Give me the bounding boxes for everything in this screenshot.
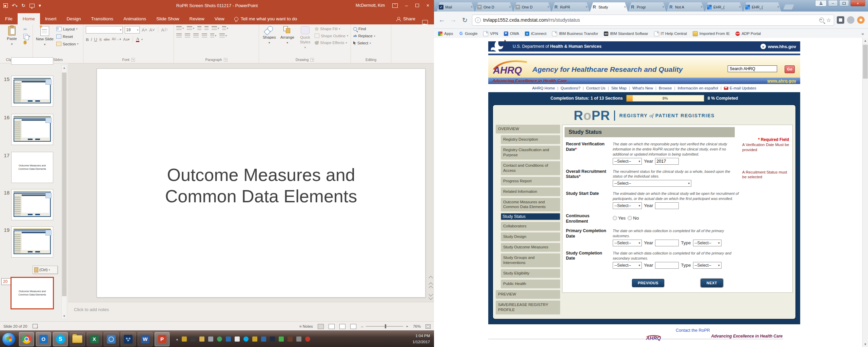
bookmark-apps[interactable]: Apps <box>438 32 453 36</box>
slide-thumbnail-20[interactable]: Outcome Measures andCommon Data Elements <box>11 277 54 309</box>
ahrq-gov-link[interactable]: www.ahrq.gov <box>767 79 796 83</box>
tab-home[interactable]: Home <box>18 13 40 24</box>
close-button[interactable]: × <box>427 3 429 8</box>
nav-site-map[interactable]: Site Map <box>611 86 627 90</box>
browser-tab-progress[interactable]: R Progr × <box>628 2 666 12</box>
sidebar-item-contact-conditions[interactable]: Contact and Conditions of Access <box>501 161 560 175</box>
taskbar-excel-icon[interactable]: X <box>87 332 102 346</box>
underline-button[interactable]: U <box>94 37 97 42</box>
bookmark-owa[interactable]: OWA <box>504 32 519 36</box>
taskbar-word-icon[interactable]: W <box>138 332 153 346</box>
tray-icon[interactable] <box>208 336 213 342</box>
type-select[interactable]: --Select--▾ <box>693 240 722 246</box>
browser-tab-onedrive-2[interactable]: One D × <box>513 2 551 12</box>
next-button[interactable]: NEXT <box>701 279 723 287</box>
taskbar-clock[interactable]: 1:04 PM 1/12/2017 <box>413 333 430 345</box>
text-shadow-button[interactable]: S <box>99 37 102 42</box>
align-center-button[interactable] <box>185 34 190 38</box>
taskbar-ibm-icon[interactable] <box>121 332 136 346</box>
scroll-down-icon[interactable]: ▼ <box>863 342 868 347</box>
font-color-button[interactable]: A <box>136 37 139 42</box>
profile-avatar-button[interactable] <box>815 0 827 6</box>
format-painter-button[interactable] <box>23 41 30 45</box>
browser-tab-ehr-2[interactable]: EHR_( × <box>743 2 781 12</box>
zoom-indicator-icon[interactable] <box>819 18 824 22</box>
zoom-slider[interactable]: – + <box>361 324 408 328</box>
bookmark-google[interactable]: GGoogle <box>459 32 477 36</box>
month-select[interactable]: --Select--▾ <box>613 158 642 165</box>
nav-questions[interactable]: Questions? <box>561 86 580 90</box>
shapes-button[interactable]: Shapes ▾ <box>261 26 277 45</box>
nav-contact-us[interactable]: Contact Us <box>586 86 606 90</box>
replace-button[interactable]: abReplace ▾ <box>353 34 375 38</box>
decrease-indent-button[interactable] <box>197 26 201 30</box>
reload-button[interactable]: ↻ <box>460 16 469 24</box>
url-text[interactable]: trvlapp1552.cxda.medstat.com/rrs/studyst… <box>483 17 817 23</box>
search-input[interactable] <box>728 65 777 72</box>
sidebar-item-study-status-selected[interactable]: Study Status <box>501 213 560 220</box>
scroll-up-icon[interactable]: ▲ <box>863 38 868 43</box>
ribbon-display-options-icon[interactable]: ⌃ <box>392 3 398 8</box>
clear-formatting-button[interactable]: A⚐ <box>161 28 168 32</box>
year-input[interactable] <box>655 240 679 246</box>
taskbar-browser-icon[interactable] <box>104 332 119 346</box>
contact-ropr-link[interactable]: Contact the RoPR <box>676 328 710 333</box>
tab-close-icon[interactable]: × <box>701 5 703 9</box>
font-name-combo[interactable]: ▾ <box>86 26 123 34</box>
month-select[interactable]: --Select--▾ <box>613 262 642 269</box>
volume-muted-icon[interactable] <box>305 336 310 342</box>
tab-design[interactable]: Design <box>62 13 86 24</box>
tab-animations[interactable]: Animations <box>118 13 151 24</box>
justify-button[interactable] <box>202 34 207 38</box>
start-button[interactable] <box>2 332 16 346</box>
taskbar-skype-icon[interactable]: S <box>53 332 68 346</box>
normal-view-button[interactable] <box>318 324 324 329</box>
tray-icon[interactable] <box>217 336 222 342</box>
sidebar-item-study-eligibility[interactable]: Study Eligibility <box>501 269 560 278</box>
scroll-up-icon[interactable] <box>429 276 433 280</box>
month-select[interactable]: --Select--▾ <box>613 240 642 246</box>
tab-insert[interactable]: Insert <box>40 13 62 24</box>
paste-options-button[interactable]: (Ctrl) ▾ <box>33 266 58 274</box>
previous-slide-button[interactable] <box>429 283 432 289</box>
fit-slide-icon[interactable] <box>426 324 431 329</box>
bullets-button[interactable]: ▾ <box>176 26 184 30</box>
tray-icon[interactable] <box>182 336 187 342</box>
browser-tab-onedrive-1[interactable]: One D × <box>475 2 513 12</box>
new-tab-button[interactable] <box>783 4 794 9</box>
browser-tab-ehr-1[interactable]: EHR_( × <box>705 2 743 12</box>
type-select[interactable]: --Select--▾ <box>693 262 722 269</box>
layout-button[interactable]: Layout ▾ <box>56 27 78 31</box>
drawing-dialog-launcher[interactable]: ↘ <box>310 58 314 62</box>
italic-button[interactable]: I <box>91 37 92 42</box>
sidebar-item-study-outcome-measures[interactable]: Study Outcome Measures <box>501 243 560 251</box>
bookmark-imported-ie[interactable]: Imported From IE <box>693 31 730 36</box>
sidebar-item-progress-report[interactable]: Progress Report <box>501 177 560 185</box>
close-button[interactable]: × <box>850 0 865 6</box>
nav-email-updates[interactable]: E-mail Updates <box>724 86 756 90</box>
forward-button[interactable]: → <box>449 16 458 24</box>
sidebar-item-registry-description[interactable]: Registry Description <box>501 135 560 144</box>
columns-button[interactable]: ▾ <box>210 34 216 38</box>
taskbar-powerpoint-icon[interactable]: P <box>155 332 170 346</box>
tray-icon[interactable] <box>243 336 249 342</box>
text-direction-button[interactable]: ▾ <box>222 26 228 30</box>
quick-styles-button[interactable]: Quick Styles ▾ <box>298 26 313 49</box>
previous-button[interactable]: PREVIOUS <box>632 279 664 287</box>
year-input[interactable] <box>655 158 679 165</box>
tab-close-icon[interactable]: × <box>547 5 549 9</box>
save-icon[interactable] <box>3 3 8 8</box>
tray-icon[interactable] <box>235 336 240 342</box>
zoom-out-icon[interactable]: – <box>361 324 363 328</box>
notes-pane[interactable]: Click to add notes <box>68 302 434 321</box>
tab-review[interactable]: Review <box>184 13 209 24</box>
tab-transitions[interactable]: Transitions <box>86 13 119 24</box>
tab-view[interactable]: View <box>210 13 230 24</box>
year-input[interactable] <box>655 202 679 209</box>
browser-tab-mail[interactable]: ✓ Mail × <box>437 2 475 12</box>
slide-thumbnail-18[interactable] <box>11 189 53 220</box>
bookmark-vpn[interactable]: VPN <box>483 31 498 36</box>
zoom-level[interactable]: 76% <box>413 324 421 328</box>
tray-icon[interactable] <box>199 336 204 342</box>
slide-sorter-view-button[interactable] <box>329 324 335 329</box>
